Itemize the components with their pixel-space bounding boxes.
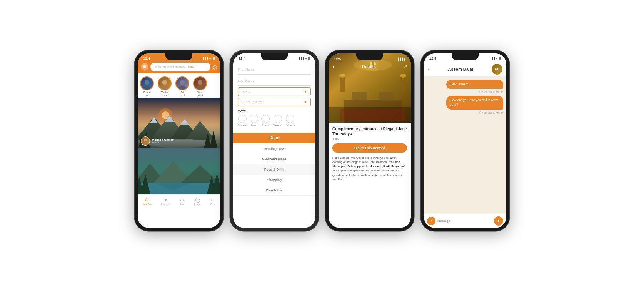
chat-back-button[interactable]: ‹ [428,66,430,72]
search-placeholder: People, recommendations... [153,65,186,68]
desc-normal: Hello Jetzies!! We would like to invite … [332,156,397,164]
avatar-initials: AB [495,67,500,71]
top-bar-1: People, recommendations... Clear ◎ [138,62,220,73]
phone-2: 12:4 ▐▐▐ ▲ ▓ First Name Last Name [230,50,319,231]
svg-point-2 [145,80,149,85]
radio-circle [238,115,247,123]
last-name-field[interactable]: Last Name [238,76,311,86]
signal-icon: ▐▐▐ [397,58,403,60]
svg-rect-38 [401,76,405,92]
status-icons-2: ▐▐▐ ▲ ▓ [298,57,310,60]
chat-icon: □ [211,197,214,203]
status-icons-4: ▐▐ ▲ ▓ [491,57,501,60]
desc-extra: The impressive space of The Jane Ballroo… [332,169,402,181]
phone-4: 12:5 ▐▐ ▲ ▓ ‹ Aseem Bajaj AB [421,50,509,231]
message-bubble: Hello Aseem [446,80,504,89]
avatar-name: Arif.smi [180,91,185,96]
venue-name: Complimentary entrance at Elegant Jane T… [332,126,407,136]
user-overlay: Melissa Garrett Mason [141,136,174,146]
search-box[interactable]: People, recommendations... Clear [150,63,210,71]
avatar-item[interactable]: Chand.smi [140,76,154,96]
last-name-placeholder: Last Name [238,79,255,83]
first-name-field[interactable]: First Name [238,65,311,75]
send-button[interactable]: ➤ [494,216,503,226]
nav-rewards[interactable]: ♥ Rewards [161,197,170,205]
status-icons-3: ▐▐▐ ▓ [397,58,405,60]
time-stamp: 24 Jan 12:49 PM [484,111,503,114]
radio-local[interactable]: Local [261,115,270,126]
upload-button[interactable]: ↑ [427,217,435,225]
chat-avatar: AB [492,64,502,75]
done-button[interactable]: Done [233,133,315,143]
claim-button[interactable]: Claim This Reward [332,143,407,153]
badge-icon: ✓ [176,119,182,127]
svg-point-21 [144,138,147,141]
avatar-item[interactable]: Arif.smi [175,76,189,96]
nav-post[interactable]: ⊕ Post [180,197,184,205]
radio-circle [261,115,270,123]
post-type-placeholder: Select Post Type [241,100,264,104]
phones-showcase: 12:4 ▐▐▐ 📶 ▓ People, recommendations... … [135,50,509,231]
post-type-select[interactable]: Select Post Type ▼ [238,98,311,106]
near-me-icon: ⊕ [145,197,149,203]
nav-label: Post [180,203,184,205]
message-time: ✔✔ 24 Jan 12:49 PM [427,111,503,114]
menu-trending[interactable]: Trending Now! [233,144,315,154]
check-icon: ✔✔ [479,90,484,93]
back-button[interactable]: ‹ [332,63,334,70]
feed-image-1: ✓ Melissa Garrett Mason [138,98,220,148]
bottom-nav: ⊕ Near Me ♥ Rewards ⊕ Post ◯ Profile [138,194,220,208]
notch-4 [452,53,479,60]
radio-circle [250,115,258,123]
avatar-name: Chand.smi [143,91,150,96]
dropdown-arrow: ▼ [304,90,307,94]
filter-icon[interactable]: ◎ [212,64,217,70]
time-3: 12:5 [334,57,341,61]
svg-point-0 [143,65,145,67]
signal-icon: ▐▐ [491,57,495,60]
signal-icon: ▐▐▐ [298,57,304,60]
check-icon: ✔✔ [479,111,484,114]
radio-male[interactable]: Male [250,115,258,126]
svg-point-40 [400,74,406,78]
menu-weekend[interactable]: Weekend Plans [233,154,315,165]
menu-beach[interactable]: Beach Life [233,185,315,196]
svg-point-4 [180,80,185,85]
time-stamp: 24 Jan 12:49 PM [484,91,503,93]
battery-icon: ▓ [213,57,215,60]
radio-female[interactable]: Female [238,115,247,126]
nav-near-me[interactable]: ⊕ Near Me [143,197,152,205]
feed-image-2 [138,148,220,194]
topic-placeholder: TOPIC [241,90,250,93]
form-container: First Name Last Name TOPIC ▼ Select Post… [233,62,315,133]
radio-circle [274,115,282,123]
phone-3: 12:5 ▐▐▐ ▓ ‹ Details ↗ Compli [325,50,414,231]
radio-friends[interactable]: Friends [286,115,295,126]
svg-marker-20 [210,131,217,148]
topic-select[interactable]: TOPIC ▼ [238,87,311,96]
people-icon[interactable] [141,63,148,71]
share-button[interactable]: ↗ [404,64,407,69]
battery-icon: ▓ [499,57,501,60]
svg-point-39 [339,74,345,78]
profile-icon: ◯ [195,197,200,203]
chat-contact-name: Aseem Bajaj [433,67,489,71]
signal-icon: ▐▐▐ [202,57,208,60]
notch-3 [356,53,383,60]
menu-shopping[interactable]: Shopping [233,175,315,185]
search-clear[interactable]: Clear [188,65,194,68]
radio-label: Male [251,124,257,126]
message-input[interactable] [437,219,492,223]
nav-profile[interactable]: ◯ Profile [194,197,201,205]
points-badge: 2 Pts [332,138,407,141]
radio-traveler[interactable]: Traveler [273,115,282,126]
radio-label: Local [262,124,269,126]
nav-label: Chat [210,203,215,205]
user-name: Melissa Garrett [152,138,174,141]
wifi-icon: ▲ [305,57,307,60]
avatar-item[interactable]: David.desi [193,76,207,96]
avatar-item[interactable]: Yadira.desi [158,76,172,96]
menu-food[interactable]: Food & Drink [233,165,315,175]
status-icons-1: ▐▐▐ 📶 ▓ [202,57,215,60]
nav-chat[interactable]: □ Chat [210,197,215,205]
